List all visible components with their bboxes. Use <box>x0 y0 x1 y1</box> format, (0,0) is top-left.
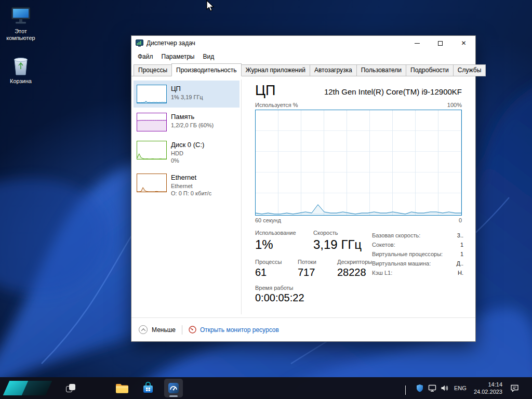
tab-processes[interactable]: Процессы <box>134 64 172 76</box>
active-app-indicator <box>169 395 178 397</box>
maximize-button[interactable] <box>429 36 452 50</box>
sidebar-item-detail: HDD <box>171 150 204 157</box>
stat-value-uptime: 0:00:05:22 <box>255 292 304 304</box>
fewer-details-button[interactable]: Меньше <box>139 325 176 334</box>
window-title: Диспетчер задач <box>147 39 195 47</box>
desktop-icon-this-pc[interactable]: Этот компьютер <box>2 6 39 42</box>
spec-label-l1-cache: Кэш L1: <box>372 268 392 277</box>
spec-value-l1-cache: Н. <box>458 268 463 277</box>
tab-strip: Процессы Производительность Журнал прило… <box>131 63 475 76</box>
spec-label-sockets: Сокетов: <box>372 240 395 249</box>
fewer-details-label: Меньше <box>152 326 176 334</box>
file-explorer-button[interactable] <box>113 379 131 397</box>
sidebar-item-name: Диск 0 (C:) <box>171 141 204 149</box>
tab-performance[interactable]: Производительность <box>171 63 241 76</box>
performance-pane: ЦП 1% 3,19 ГГц Память 1,2/2,0 ГБ (60%) Д… <box>131 76 475 317</box>
taskbar-clock[interactable]: 14:14 24.02.2023 <box>469 381 502 395</box>
recycle-bin-icon <box>11 55 30 76</box>
speaker-icon <box>441 384 449 392</box>
computer-icon <box>10 6 32 26</box>
menu-file[interactable]: Файл <box>134 51 157 62</box>
clock-time: 14:14 <box>469 381 502 388</box>
stat-label-speed: Скорость <box>313 230 338 236</box>
graph-time-span: 60 секунд <box>255 217 281 223</box>
microsoft-store-button[interactable] <box>139 379 157 397</box>
menu-view[interactable]: Вид <box>198 51 218 62</box>
clock-date: 24.02.2023 <box>469 388 502 395</box>
sidebar-item-ethernet[interactable]: Ethernet Ethernet О: 0 П: 0 кбит/с <box>134 169 240 201</box>
open-resource-monitor-label: Открыть монитор ресурсов <box>200 326 279 334</box>
close-button[interactable]: ✕ <box>452 36 475 50</box>
spec-label-virtual-processors: Виртуальные процессоры: <box>372 249 443 259</box>
spec-value-base-speed: 3.. <box>457 231 463 240</box>
task-manager-window: Диспетчер задач ✕ Файл Параметры Вид Про… <box>131 35 476 342</box>
sidebar-item-disk[interactable]: Диск 0 (C:) HDD 0% <box>134 137 240 168</box>
sidebar-item-detail: 1% 3,19 ГГц <box>171 94 203 101</box>
ethernet-mini-graph <box>137 174 167 192</box>
chevron-up-icon <box>139 325 148 334</box>
security-shield-icon <box>416 384 424 392</box>
task-view-button[interactable] <box>61 379 80 397</box>
spec-value-virtual-machine: Д.. <box>456 259 463 268</box>
sidebar-item-detail: О: 0 П: 0 кбит/с <box>171 190 211 197</box>
resource-monitor-icon <box>189 326 196 334</box>
minimize-button[interactable] <box>405 36 429 50</box>
tab-services[interactable]: Службы <box>453 64 486 76</box>
graph-axis-max: 100% <box>447 102 462 108</box>
sidebar-item-detail: 0% <box>171 157 204 164</box>
mouse-cursor <box>206 0 215 12</box>
sidebar-item-memory[interactable]: Память 1,2/2,0 ГБ (60%) <box>134 109 240 136</box>
tray-network-button[interactable] <box>428 384 436 394</box>
sidebar-item-cpu[interactable]: ЦП 1% 3,19 ГГц <box>134 81 240 108</box>
sidebar-item-name: Ethernet <box>171 174 211 181</box>
start-logo-button[interactable] <box>3 381 53 395</box>
tray-volume-button[interactable] <box>441 384 449 394</box>
stat-label-usage: Использование <box>255 230 296 236</box>
menu-bar: Файл Параметры Вид <box>131 50 475 63</box>
vertical-separator <box>241 79 242 314</box>
minimize-icon <box>415 43 420 44</box>
chat-bubble-icon <box>510 384 519 392</box>
tab-app-history[interactable]: Журнал приложений <box>241 64 310 76</box>
stat-value-speed: 3,19 ГГц <box>313 237 362 252</box>
tray-defender-button[interactable] <box>416 384 424 394</box>
spec-label-virtual-machine: Виртуальная машина: <box>372 259 431 268</box>
footer-divider <box>182 325 182 335</box>
memory-mini-graph <box>137 113 167 131</box>
desktop-icon-recycle-bin[interactable]: Корзина <box>2 55 39 85</box>
tab-startup[interactable]: Автозагрузка <box>310 64 357 76</box>
notification-center-button[interactable] <box>510 384 519 394</box>
sidebar-item-detail: 1,2/2,0 ГБ (60%) <box>171 122 214 129</box>
tab-users[interactable]: Пользователи <box>356 64 406 76</box>
cpu-mini-graph <box>137 85 167 103</box>
ethernet-network-icon <box>428 384 436 392</box>
close-icon: ✕ <box>461 40 466 46</box>
cpu-usage-graph <box>255 110 462 216</box>
spec-value-virtual-processors: 1 <box>460 249 463 259</box>
cpu-stats: Использование Скорость 1% 3,19 ГГц Проце… <box>255 230 462 308</box>
sidebar-item-detail: Ethernet <box>171 182 211 190</box>
task-manager-taskbar-button[interactable] <box>164 379 183 397</box>
cpu-detail-panel: ЦП 12th Gen Intel(R) Core(TM) i9-12900KF… <box>255 83 462 308</box>
disk-mini-graph <box>137 141 167 159</box>
stat-value-handles: 28228 <box>337 267 366 278</box>
task-manager-app-icon <box>136 39 143 47</box>
stat-label-processes: Процессы <box>255 259 282 265</box>
desktop-icon-label: Корзина <box>10 78 32 85</box>
task-view-icon <box>66 384 75 392</box>
title-bar[interactable]: Диспетчер задач ✕ <box>131 36 475 50</box>
panel-title: ЦП <box>255 83 275 98</box>
window-footer: Меньше Открыть монитор ресурсов <box>131 317 475 341</box>
graph-time-zero: 0 <box>459 217 462 223</box>
microsoft-store-icon <box>142 382 154 394</box>
graph-axis-label: Используется % <box>255 102 298 108</box>
maximize-icon <box>438 41 443 46</box>
open-resource-monitor-link[interactable]: Открыть монитор ресурсов <box>189 326 279 334</box>
menu-options[interactable]: Параметры <box>157 51 199 62</box>
language-indicator[interactable]: ENG <box>454 385 467 391</box>
stat-value-processes: 61 <box>255 267 267 278</box>
stat-label-uptime: Время работы <box>255 285 294 291</box>
hidden-icons-button[interactable] <box>405 386 406 395</box>
sidebar-item-name: Память <box>171 113 214 121</box>
tab-details[interactable]: Подробности <box>406 64 454 76</box>
